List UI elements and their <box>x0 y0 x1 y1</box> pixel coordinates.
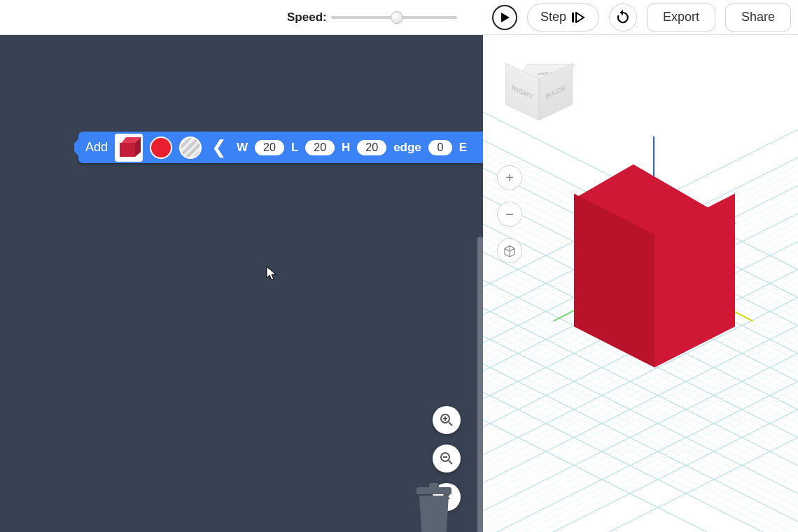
svg-line-5 <box>449 422 452 426</box>
slider-thumb[interactable] <box>391 11 403 24</box>
play-button[interactable] <box>492 5 517 30</box>
param-l-value[interactable]: 20 <box>305 140 335 155</box>
svg-marker-2 <box>576 13 584 22</box>
main-split: Add ❮ W 20 L 20 H 20 edge 0 E <box>0 35 798 532</box>
scrollbar[interactable] <box>477 237 483 532</box>
step-label: Step <box>540 10 566 24</box>
step-icon <box>572 12 586 23</box>
plus-icon: + <box>505 170 514 186</box>
param-h-value[interactable]: 20 <box>357 140 386 155</box>
viewport-home-button[interactable] <box>497 238 522 263</box>
cursor-icon <box>266 266 277 281</box>
cube-model[interactable] <box>574 192 735 382</box>
minus-icon: − <box>505 206 514 223</box>
svg-marker-3 <box>620 10 623 15</box>
home-view-icon <box>503 244 516 257</box>
view-cube[interactable]: TOP RIGHT BACK <box>504 52 574 130</box>
reset-button[interactable] <box>609 4 637 31</box>
param-w-label: W <box>237 141 248 155</box>
cube-icon <box>120 139 138 157</box>
speed-control: Speed: <box>287 10 457 24</box>
add-label: Add <box>85 140 108 155</box>
svg-line-9 <box>449 461 452 464</box>
share-button[interactable]: Share <box>725 4 791 31</box>
viewport-zoom-out-button[interactable]: − <box>497 202 522 227</box>
add-shape-block[interactable]: Add ❮ W 20 L 20 H 20 edge 0 E <box>78 132 483 163</box>
trash-icon[interactable] <box>416 487 451 532</box>
zoom-in-icon <box>440 413 454 427</box>
chevron-left-icon[interactable]: ❮ <box>209 136 230 158</box>
param-w-value[interactable]: 20 <box>255 140 284 155</box>
reset-icon <box>615 10 631 25</box>
svg-rect-1 <box>572 13 574 22</box>
color-selector[interactable] <box>150 136 172 159</box>
canvas-zoom-in-button[interactable] <box>433 406 461 434</box>
export-label: Export <box>663 10 699 24</box>
play-icon <box>499 12 510 23</box>
param-edge-label: edge <box>393 141 421 155</box>
svg-marker-0 <box>501 13 510 22</box>
speed-slider[interactable] <box>331 11 457 24</box>
canvas-zoom-out-button[interactable] <box>433 444 461 472</box>
code-canvas[interactable]: Add ❮ W 20 L 20 H 20 edge 0 E <box>0 35 483 532</box>
viewport-3d[interactable]: TOP RIGHT BACK + − <box>483 35 798 532</box>
param-h-label: H <box>342 141 350 155</box>
shape-selector[interactable] <box>115 134 143 162</box>
top-toolbar: Speed: Step Export Share <box>0 0 798 35</box>
share-label: Share <box>741 10 775 24</box>
param-l-label: L <box>291 141 298 155</box>
viewport-zoom-in-button[interactable]: + <box>497 165 522 190</box>
speed-label: Speed: <box>287 10 327 24</box>
param-edge-value[interactable]: 0 <box>428 140 452 155</box>
export-button[interactable]: Export <box>647 4 715 31</box>
step-button[interactable]: Step <box>527 4 599 31</box>
material-selector[interactable] <box>179 136 202 159</box>
zoom-out-icon <box>440 451 454 465</box>
param-extra-label: E <box>459 141 467 155</box>
